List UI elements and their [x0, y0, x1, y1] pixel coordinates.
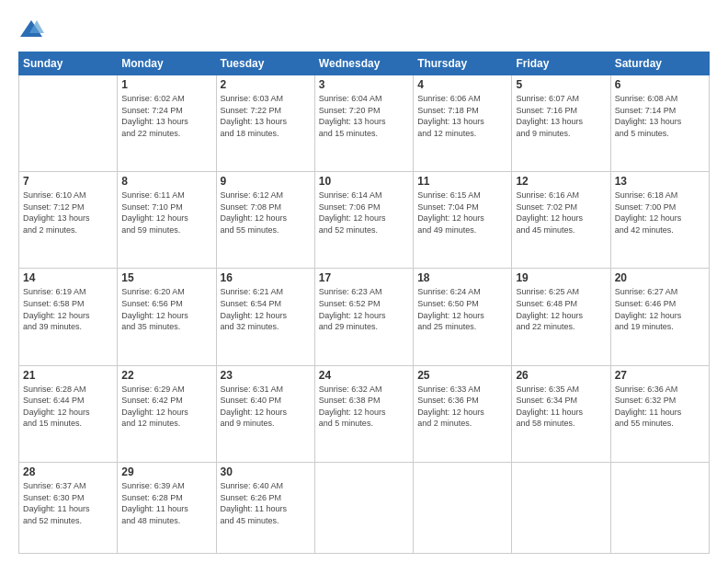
calendar-week-row: 28Sunrise: 6:37 AM Sunset: 6:30 PM Dayli…	[19, 462, 710, 553]
calendar-cell: 9Sunrise: 6:12 AM Sunset: 7:08 PM Daylig…	[216, 172, 314, 269]
calendar-cell: 30Sunrise: 6:40 AM Sunset: 6:26 PM Dayli…	[216, 462, 314, 553]
weekday-header-monday: Monday	[118, 52, 216, 75]
day-number: 4	[417, 78, 507, 91]
day-number: 21	[23, 369, 113, 382]
weekday-header-tuesday: Tuesday	[216, 52, 314, 75]
calendar-cell: 6Sunrise: 6:08 AM Sunset: 7:14 PM Daylig…	[610, 75, 709, 172]
day-number: 25	[417, 369, 507, 382]
calendar-cell: 20Sunrise: 6:27 AM Sunset: 6:46 PM Dayli…	[610, 269, 709, 365]
logo	[18, 17, 48, 42]
calendar-cell: 15Sunrise: 6:20 AM Sunset: 6:56 PM Dayli…	[118, 269, 216, 365]
calendar-week-row: 7Sunrise: 6:10 AM Sunset: 7:12 PM Daylig…	[19, 172, 710, 269]
weekday-header-friday: Friday	[512, 52, 610, 75]
day-number: 13	[615, 175, 705, 188]
day-number: 14	[23, 271, 113, 284]
calendar-cell: 19Sunrise: 6:25 AM Sunset: 6:48 PM Dayli…	[512, 269, 610, 365]
calendar-cell: 2Sunrise: 6:03 AM Sunset: 7:22 PM Daylig…	[216, 75, 314, 172]
page-header	[18, 17, 710, 42]
day-info: Sunrise: 6:28 AM Sunset: 6:44 PM Dayligh…	[23, 384, 113, 430]
day-info: Sunrise: 6:08 AM Sunset: 7:14 PM Dayligh…	[615, 93, 705, 139]
calendar-cell	[610, 462, 709, 553]
day-number: 9	[221, 175, 311, 188]
calendar-cell	[314, 462, 413, 553]
day-info: Sunrise: 6:18 AM Sunset: 7:00 PM Dayligh…	[615, 190, 705, 236]
calendar-cell: 3Sunrise: 6:04 AM Sunset: 7:20 PM Daylig…	[314, 75, 413, 172]
calendar-cell: 12Sunrise: 6:16 AM Sunset: 7:02 PM Dayli…	[512, 172, 610, 269]
day-number: 26	[516, 369, 606, 382]
day-number: 16	[221, 271, 311, 284]
day-info: Sunrise: 6:36 AM Sunset: 6:32 PM Dayligh…	[615, 384, 705, 430]
calendar-cell	[414, 462, 512, 553]
day-info: Sunrise: 6:33 AM Sunset: 6:36 PM Dayligh…	[417, 384, 507, 430]
day-number: 30	[221, 465, 311, 478]
day-info: Sunrise: 6:24 AM Sunset: 6:50 PM Dayligh…	[417, 286, 507, 332]
calendar-cell: 7Sunrise: 6:10 AM Sunset: 7:12 PM Daylig…	[19, 172, 118, 269]
day-number: 1	[121, 78, 211, 91]
day-number: 27	[615, 369, 705, 382]
day-info: Sunrise: 6:11 AM Sunset: 7:10 PM Dayligh…	[121, 190, 211, 236]
day-number: 28	[23, 465, 113, 478]
day-info: Sunrise: 6:35 AM Sunset: 6:34 PM Dayligh…	[516, 384, 606, 430]
calendar-cell: 23Sunrise: 6:31 AM Sunset: 6:40 PM Dayli…	[216, 365, 314, 462]
weekday-header-wednesday: Wednesday	[314, 52, 413, 75]
day-info: Sunrise: 6:04 AM Sunset: 7:20 PM Dayligh…	[319, 93, 409, 139]
calendar-cell: 25Sunrise: 6:33 AM Sunset: 6:36 PM Dayli…	[414, 365, 512, 462]
day-number: 3	[319, 78, 409, 91]
day-info: Sunrise: 6:31 AM Sunset: 6:40 PM Dayligh…	[221, 384, 311, 430]
day-number: 12	[516, 175, 606, 188]
day-info: Sunrise: 6:19 AM Sunset: 6:58 PM Dayligh…	[23, 286, 113, 332]
calendar-cell: 22Sunrise: 6:29 AM Sunset: 6:42 PM Dayli…	[118, 365, 216, 462]
weekday-header-thursday: Thursday	[414, 52, 512, 75]
day-number: 6	[615, 78, 705, 91]
weekday-header-saturday: Saturday	[610, 52, 709, 75]
day-info: Sunrise: 6:10 AM Sunset: 7:12 PM Dayligh…	[23, 190, 113, 236]
day-number: 15	[121, 271, 211, 284]
day-info: Sunrise: 6:12 AM Sunset: 7:08 PM Dayligh…	[221, 190, 311, 236]
calendar-cell: 18Sunrise: 6:24 AM Sunset: 6:50 PM Dayli…	[414, 269, 512, 365]
day-number: 29	[121, 465, 211, 478]
calendar-cell: 11Sunrise: 6:15 AM Sunset: 7:04 PM Dayli…	[414, 172, 512, 269]
day-number: 24	[319, 369, 409, 382]
day-info: Sunrise: 6:40 AM Sunset: 6:26 PM Dayligh…	[221, 480, 311, 526]
day-info: Sunrise: 6:37 AM Sunset: 6:30 PM Dayligh…	[23, 480, 113, 526]
calendar-week-row: 21Sunrise: 6:28 AM Sunset: 6:44 PM Dayli…	[19, 365, 710, 462]
day-number: 19	[516, 271, 606, 284]
day-number: 5	[516, 78, 606, 91]
logo-icon	[18, 17, 44, 42]
day-number: 2	[221, 78, 311, 91]
day-info: Sunrise: 6:23 AM Sunset: 6:52 PM Dayligh…	[319, 286, 409, 332]
calendar-cell: 29Sunrise: 6:39 AM Sunset: 6:28 PM Dayli…	[118, 462, 216, 553]
calendar-cell: 28Sunrise: 6:37 AM Sunset: 6:30 PM Dayli…	[19, 462, 118, 553]
calendar-cell: 17Sunrise: 6:23 AM Sunset: 6:52 PM Dayli…	[314, 269, 413, 365]
calendar-cell: 10Sunrise: 6:14 AM Sunset: 7:06 PM Dayli…	[314, 172, 413, 269]
calendar-cell: 24Sunrise: 6:32 AM Sunset: 6:38 PM Dayli…	[314, 365, 413, 462]
day-info: Sunrise: 6:27 AM Sunset: 6:46 PM Dayligh…	[615, 286, 705, 332]
day-info: Sunrise: 6:15 AM Sunset: 7:04 PM Dayligh…	[417, 190, 507, 236]
day-info: Sunrise: 6:29 AM Sunset: 6:42 PM Dayligh…	[121, 384, 211, 430]
day-info: Sunrise: 6:07 AM Sunset: 7:16 PM Dayligh…	[516, 93, 606, 139]
day-number: 7	[23, 175, 113, 188]
day-number: 18	[417, 271, 507, 284]
calendar-cell: 27Sunrise: 6:36 AM Sunset: 6:32 PM Dayli…	[610, 365, 709, 462]
calendar-cell: 4Sunrise: 6:06 AM Sunset: 7:18 PM Daylig…	[414, 75, 512, 172]
calendar-week-row: 1Sunrise: 6:02 AM Sunset: 7:24 PM Daylig…	[19, 75, 710, 172]
calendar-cell: 21Sunrise: 6:28 AM Sunset: 6:44 PM Dayli…	[19, 365, 118, 462]
day-info: Sunrise: 6:06 AM Sunset: 7:18 PM Dayligh…	[417, 93, 507, 139]
day-number: 10	[319, 175, 409, 188]
day-info: Sunrise: 6:03 AM Sunset: 7:22 PM Dayligh…	[221, 93, 311, 139]
day-info: Sunrise: 6:14 AM Sunset: 7:06 PM Dayligh…	[319, 190, 409, 236]
calendar-cell: 13Sunrise: 6:18 AM Sunset: 7:00 PM Dayli…	[610, 172, 709, 269]
day-info: Sunrise: 6:21 AM Sunset: 6:54 PM Dayligh…	[221, 286, 311, 332]
calendar-cell	[19, 75, 118, 172]
calendar-cell: 26Sunrise: 6:35 AM Sunset: 6:34 PM Dayli…	[512, 365, 610, 462]
calendar-cell: 5Sunrise: 6:07 AM Sunset: 7:16 PM Daylig…	[512, 75, 610, 172]
calendar-cell	[512, 462, 610, 553]
calendar-cell: 1Sunrise: 6:02 AM Sunset: 7:24 PM Daylig…	[118, 75, 216, 172]
day-number: 22	[121, 369, 211, 382]
day-info: Sunrise: 6:16 AM Sunset: 7:02 PM Dayligh…	[516, 190, 606, 236]
day-info: Sunrise: 6:02 AM Sunset: 7:24 PM Dayligh…	[121, 93, 211, 139]
day-info: Sunrise: 6:32 AM Sunset: 6:38 PM Dayligh…	[319, 384, 409, 430]
calendar-cell: 14Sunrise: 6:19 AM Sunset: 6:58 PM Dayli…	[19, 269, 118, 365]
weekday-header-row: SundayMondayTuesdayWednesdayThursdayFrid…	[19, 52, 710, 75]
day-number: 8	[121, 175, 211, 188]
